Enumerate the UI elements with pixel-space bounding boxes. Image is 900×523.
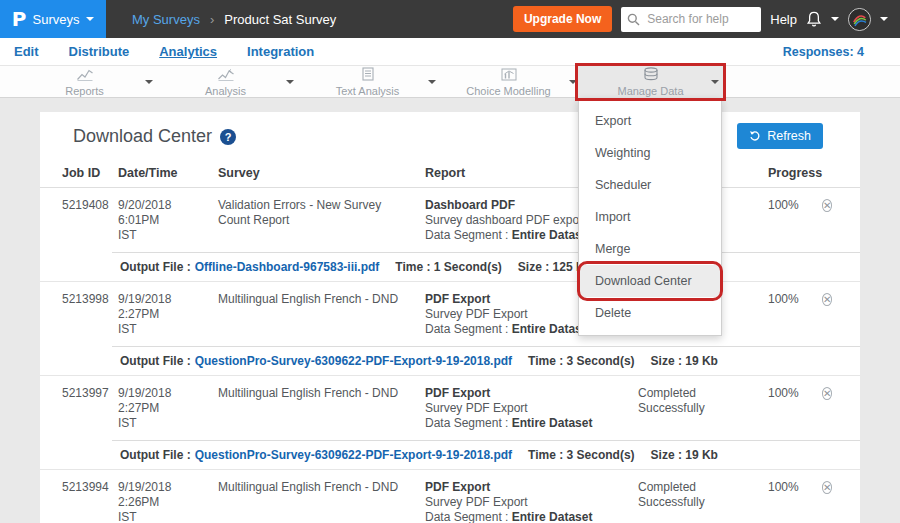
report-cell: PDF Export Survey PDF Export Data Segmen… xyxy=(425,386,638,431)
tab-distribute[interactable]: Distribute xyxy=(69,44,130,59)
help-search-box xyxy=(621,7,761,32)
avatar-chevron-down-icon[interactable] xyxy=(880,17,888,21)
col-header-survey: Survey xyxy=(218,166,425,180)
trend-chart-icon xyxy=(217,67,235,85)
survey-cell: Validation Errors - New Survey Count Rep… xyxy=(218,198,425,243)
job-id-cell: 5213998 xyxy=(62,292,118,337)
chevron-down-icon[interactable] xyxy=(286,80,294,84)
datetime-cell: 9/19/2018 2:27PM IST xyxy=(118,386,218,431)
search-input[interactable] xyxy=(645,11,753,27)
chevron-down-icon xyxy=(86,17,94,21)
upgrade-now-button[interactable]: Upgrade Now xyxy=(513,6,612,32)
cancel-job-icon[interactable]: ✕ xyxy=(822,199,832,212)
notifications-bell-icon[interactable] xyxy=(806,11,822,28)
help-question-icon[interactable]: ? xyxy=(220,129,236,145)
table-row: 5213997 9/19/2018 2:27PM IST Multilingua… xyxy=(40,376,860,470)
user-avatar[interactable] xyxy=(848,8,871,31)
tab-analytics[interactable]: Analytics xyxy=(159,44,217,59)
toolbar-analysis[interactable]: Analysis xyxy=(153,66,298,98)
datetime-cell: 9/19/2018 2:27PM IST xyxy=(118,292,218,337)
document-icon xyxy=(362,67,374,85)
col-header-datetime: Date/Time xyxy=(118,166,218,180)
progress-cell: 100% xyxy=(768,292,822,337)
menu-item-merge[interactable]: Merge xyxy=(579,233,721,265)
cancel-job-icon[interactable]: ✕ xyxy=(822,387,832,400)
progress-cell: 100% xyxy=(768,198,822,243)
toolbar-reports[interactable]: Reports xyxy=(12,66,157,98)
output-file-link[interactable]: Offline-Dashboard-967583-iii.pdf xyxy=(195,260,380,274)
table-row: 5213998 9/19/2018 2:27PM IST Multilingua… xyxy=(40,282,860,376)
tab-integration[interactable]: Integration xyxy=(247,44,314,59)
toolbar-text-analysis[interactable]: Text Analysis xyxy=(295,66,440,98)
page-title: Download Center ? xyxy=(73,126,236,147)
table-row: 5213994 9/19/2018 2:26PM IST Multilingua… xyxy=(40,470,860,523)
menu-item-import[interactable]: Import xyxy=(579,201,721,233)
output-file-row: Output File :QuestionPro-Survey-6309622-… xyxy=(112,440,860,469)
breadcrumb-separator: › xyxy=(210,12,214,27)
breadcrumb: My Surveys › Product Sat Survey xyxy=(132,12,336,27)
chevron-down-icon[interactable] xyxy=(145,80,153,84)
toolbar-label: Manage Data xyxy=(617,85,683,97)
survey-cell: Multilingual English French - DND xyxy=(218,480,425,523)
menu-item-weighting[interactable]: Weighting xyxy=(579,137,721,169)
progress-cell: 100% xyxy=(768,480,822,523)
questionpro-logo: P xyxy=(11,8,26,30)
refresh-icon xyxy=(749,130,761,142)
toolbar-manage-data[interactable]: Manage Data xyxy=(578,66,723,98)
output-file-row: Output File :Offline-Dashboard-967583-ii… xyxy=(112,252,860,281)
bell-chevron-down-icon[interactable] xyxy=(831,17,839,21)
product-menu-label: Surveys xyxy=(32,12,79,27)
output-file-row: Output File :QuestionPro-Survey-6309622-… xyxy=(112,346,860,375)
cancel-job-icon[interactable]: ✕ xyxy=(822,481,832,494)
output-file-link[interactable]: QuestionPro-Survey-6309622-PDF-Export-9-… xyxy=(195,354,512,368)
product-switcher[interactable]: P Surveys xyxy=(0,0,106,38)
col-header-progress: Progress xyxy=(768,166,822,180)
table-header-row: Job ID Date/Time Survey Report Progress xyxy=(40,160,860,188)
col-header-job-id: Job ID xyxy=(62,166,118,180)
breadcrumb-current-survey: Product Sat Survey xyxy=(224,12,336,27)
datetime-cell: 9/19/2018 2:26PM IST xyxy=(118,480,218,523)
help-link[interactable]: Help xyxy=(770,12,797,27)
output-file-link[interactable]: QuestionPro-Survey-6309622-PDF-Export-9-… xyxy=(195,448,512,462)
toolbar-choice-modelling[interactable]: Choice Modelling xyxy=(436,66,581,98)
job-id-cell: 5213997 xyxy=(62,386,118,431)
bar-chart-icon xyxy=(501,67,517,85)
responses-count: Responses: 4 xyxy=(783,45,864,59)
menu-item-export[interactable]: Export xyxy=(579,105,721,137)
menu-item-delete[interactable]: Delete xyxy=(579,297,721,329)
menu-item-scheduler[interactable]: Scheduler xyxy=(579,169,721,201)
top-header: P Surveys My Surveys › Product Sat Surve… xyxy=(0,0,900,38)
survey-cell: Multilingual English French - DND xyxy=(218,386,425,431)
tab-edit[interactable]: Edit xyxy=(14,44,39,59)
survey-cell: Multilingual English French - DND xyxy=(218,292,425,337)
chevron-down-icon[interactable] xyxy=(428,80,436,84)
status-cell: Completed Successfully xyxy=(638,386,768,431)
table-row: 5219408 9/20/2018 6:01PM IST Validation … xyxy=(40,188,860,282)
database-icon xyxy=(643,67,659,85)
manage-data-menu: ExportWeightingSchedulerImportMergeDownl… xyxy=(578,98,722,336)
cancel-job-icon[interactable]: ✕ xyxy=(822,293,832,306)
toolbar-label: Text Analysis xyxy=(336,85,400,97)
chevron-down-icon[interactable] xyxy=(569,80,577,84)
progress-cell: 100% xyxy=(768,386,822,431)
refresh-button[interactable]: Refresh xyxy=(737,123,823,149)
panel-header: Download Center ? Refresh xyxy=(40,112,860,160)
analytics-toolbar: Reports Analysis Text Analysis Choice Mo… xyxy=(0,66,900,98)
annotation-ring-download-center xyxy=(577,261,723,301)
datetime-cell: 9/20/2018 6:01PM IST xyxy=(118,198,218,243)
search-icon xyxy=(627,13,640,26)
report-cell: PDF Export Survey PDF Export Data Segmen… xyxy=(425,480,638,523)
toolbar-label: Analysis xyxy=(205,85,246,97)
topbar-actions: Upgrade Now Help xyxy=(513,6,900,32)
chevron-down-icon[interactable] xyxy=(711,80,719,84)
breadcrumb-my-surveys[interactable]: My Surveys xyxy=(132,12,200,27)
job-id-cell: 5213994 xyxy=(62,480,118,523)
menu-item-download-center[interactable]: Download Center xyxy=(579,265,721,297)
toolbar-label: Choice Modelling xyxy=(466,85,550,97)
job-id-cell: 5219408 xyxy=(62,198,118,243)
line-chart-icon xyxy=(76,67,94,85)
status-cell: Completed Successfully xyxy=(638,480,768,523)
toolbar-label: Reports xyxy=(65,85,104,97)
survey-nav: Edit Distribute Analytics Integration Re… xyxy=(0,38,900,66)
download-center-panel: Download Center ? Refresh Job ID Date/Ti… xyxy=(40,112,860,523)
